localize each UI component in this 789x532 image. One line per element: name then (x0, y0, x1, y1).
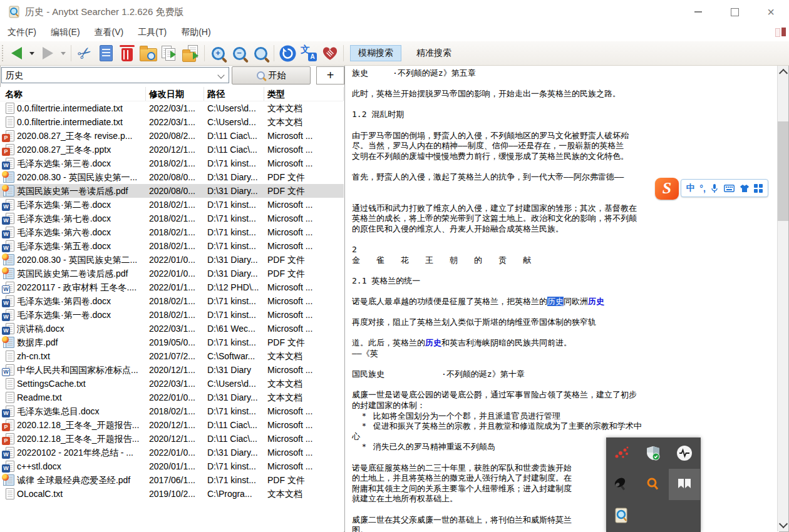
forward-dropdown-button[interactable] (58, 43, 68, 63)
table-row[interactable]: W毛泽东选集·第五卷.docx2018/02/1...D:\71 kinst..… (0, 239, 344, 253)
translate-button[interactable]: 文A (298, 43, 319, 63)
menubar: 文件(F) 编辑(E) 查看(V) 工具(T) 帮助(H) (0, 24, 789, 42)
zoom-out-button[interactable] (229, 43, 250, 63)
cut-button[interactable]: ✂ (74, 43, 95, 63)
soft-keyboard-icon[interactable] (724, 185, 735, 192)
menu-tools[interactable]: 工具(T) (131, 24, 173, 41)
file-type: 文本文档 (264, 349, 344, 363)
file-date: 2022/03/1... (146, 101, 204, 115)
table-row[interactable]: W20220102 - 2021年终总结 - ...2022/01/0...D:… (0, 446, 344, 459)
tray-defender-shield-icon[interactable] (637, 437, 669, 469)
skin-icon[interactable] (740, 184, 750, 193)
maximize-button[interactable] (716, 0, 753, 24)
table-row[interactable]: OLocalC.txt2019/10/2...C:\Progra...文本文档 (0, 487, 344, 501)
table-row[interactable]: 数据库.pdf2019/05/0...D:\71 kinst...PDF 文件 (0, 335, 344, 349)
preview-line (352, 120, 779, 131)
table-row[interactable]: W毛泽东选集·第三卷.docx2018/02/1...D:\71 kinst..… (0, 156, 344, 170)
panel-splitter[interactable] (344, 66, 349, 532)
table-row[interactable]: P2020.08.27_王冬冬.pptx2020/12/1...D:\11 Ci… (0, 143, 344, 156)
table-row[interactable]: W毛泽东选集·第六卷.docx2018/02/1...D:\71 kinst..… (0, 225, 344, 239)
scroll-down-icon[interactable] (779, 519, 788, 528)
column-header-date[interactable]: 修改日期 (146, 87, 204, 101)
search-input[interactable]: 历史 (1, 67, 229, 83)
delete-button[interactable] (116, 43, 138, 63)
export-folder-button[interactable] (180, 43, 202, 63)
table-row[interactable]: Readme.txt2022/01/0...D:\31 Diary...文本文档 (0, 391, 344, 404)
table-row[interactable]: 2020.08.30 - 英国民族史第二...2022/01/0...D:\31… (0, 253, 344, 267)
start-label: 开始 (269, 70, 286, 81)
column-header-name[interactable]: 名称 (0, 87, 146, 101)
table-row[interactable]: P2020.12.18_王冬冬_开题报告...2020/12/1...D:\11… (0, 432, 344, 446)
file-type-icon (2, 116, 15, 128)
column-header-type[interactable]: 类型 (264, 87, 344, 101)
scrollbar-thumb[interactable] (778, 121, 788, 221)
add-button[interactable]: + (316, 66, 344, 84)
toolbar-separator (71, 45, 71, 61)
table-row[interactable]: 英国民族史第二卷读后感.pdf2022/01/0...D:\31 Diary..… (0, 267, 344, 280)
table-row[interactable]: SettingsCache.txt2022/03/1...C:\Users\d.… (0, 377, 344, 391)
refresh-button[interactable] (277, 43, 298, 63)
table-row[interactable]: W演讲稿.docx2022/03/1...D:\61 Wec...Microso… (0, 322, 344, 335)
preview-scrollbar[interactable] (777, 66, 788, 531)
back-button[interactable] (6, 43, 27, 63)
tray-anytxt-icon[interactable] (606, 500, 637, 531)
table-row[interactable]: 诚律 全球最经典恋爱圣经.pdf2017/06/1...D:\71 kinst.… (0, 473, 344, 487)
copy-file-button[interactable] (159, 43, 180, 63)
fuzzy-search-tab[interactable]: 模糊搜索 (350, 45, 401, 61)
sogou-logo-icon[interactable]: S (655, 178, 679, 200)
file-date: 2022/03/1... (146, 115, 204, 129)
table-row[interactable]: zh-cn.txt2021/07/2...C:\Softwar...文本文档 (0, 349, 344, 363)
tray-orange-search-icon[interactable] (637, 469, 669, 500)
table-row[interactable]: P2020.08.27_王冬冬 revise.p...2020/08/2...D… (0, 129, 344, 143)
preview-pane: 族史 ·不列颠的诞z》第五章此时，英格兰开始摆脱罗马帝国的影响，开始走出一条英格… (349, 66, 779, 532)
zoom-in-button[interactable] (207, 43, 229, 63)
donate-button[interactable] (319, 43, 341, 63)
table-row[interactable]: Wc++stl.docx2020/01/1...D:\71 kinst...Mi… (0, 459, 344, 473)
menu-help[interactable]: 帮助(H) (174, 24, 217, 41)
table-row[interactable]: 0.0.filtertrie.intermediate.txt2022/03/1… (0, 101, 344, 115)
preview-line (352, 286, 779, 297)
chevron-down-icon (29, 52, 34, 55)
file-date: 2020/01/1... (146, 459, 204, 473)
tray-pulse-monitor-icon[interactable] (669, 437, 700, 469)
green-arrow-icon (193, 52, 199, 59)
table-row[interactable]: W毛泽东选集·第二卷.docx2018/02/1...D:\71 kinst..… (0, 198, 344, 212)
table-row[interactable]: P2020.12.18_王冬冬_开题报告...2020/12/1...D:\11… (0, 418, 344, 432)
zoom-reset-button[interactable] (250, 43, 271, 63)
forward-button[interactable] (37, 43, 58, 63)
table-row[interactable]: W中华人民共和国国家标准标点...2020/12/1...D:\31 Diary… (0, 363, 344, 377)
start-search-button[interactable]: 开始 (232, 66, 311, 84)
chinese-mode-icon[interactable]: 中 (686, 183, 695, 194)
file-path: D:\71 kinst... (204, 156, 264, 170)
menu-edit[interactable]: 编辑(E) (44, 24, 87, 41)
punctuation-icon[interactable]: °, (699, 183, 706, 193)
minimize-button[interactable] (680, 0, 716, 24)
file-name: P2020.08.27_王冬冬.pptx (0, 143, 146, 156)
column-header-path[interactable]: 路径 (204, 87, 264, 101)
file-path: D:\31 Diary... (204, 253, 264, 267)
file-type: 文本文档 (264, 115, 344, 129)
table-row[interactable]: W20220117 - 政审材料 王冬冬....2022/01/1...D:\1… (0, 280, 344, 294)
tray-loudspeaker-icon[interactable] (606, 469, 637, 500)
copy-document-button[interactable] (95, 43, 116, 63)
toolbox-icon[interactable] (754, 184, 763, 193)
table-row[interactable]: 0.0.filtertrie.intermediate.txt2022/03/1… (0, 115, 344, 129)
back-dropdown-button[interactable] (27, 43, 37, 63)
table-row[interactable]: W毛泽东选集·第七卷.docx2018/02/1...D:\71 kinst..… (0, 212, 344, 225)
open-folder-button[interactable] (138, 43, 159, 63)
table-row[interactable]: 英国民族史第一卷读后感.pdf2020/08/0...D:\31 Diary..… (0, 184, 344, 198)
menu-view[interactable]: 查看(V) (88, 24, 131, 41)
table-row[interactable]: W毛泽东选集总目.docx2018/02/1...D:\71 kinst...M… (0, 404, 344, 418)
microphone-icon[interactable] (710, 183, 719, 193)
menu-file[interactable]: 文件(F) (1, 24, 43, 41)
table-row[interactable]: W毛泽东选集·第四卷.docx2018/02/1...D:\71 kinst..… (0, 294, 344, 308)
tray-bookmarks-icon[interactable] (669, 469, 700, 500)
file-type-icon (2, 268, 15, 279)
close-button[interactable]: × (753, 0, 789, 24)
scroll-up-icon[interactable] (779, 69, 788, 78)
tray-red-dots-icon[interactable] (606, 437, 637, 469)
exact-search-tab[interactable]: 精准搜索 (409, 46, 459, 61)
combo-chevron-down-icon[interactable] (217, 71, 224, 78)
table-row[interactable]: W毛泽东选集·第一卷.docx2018/02/1...D:\71 kinst..… (0, 308, 344, 322)
table-row[interactable]: 2020.08.30 - 英国民族史第一...2020/08/0...D:\31… (0, 170, 344, 184)
